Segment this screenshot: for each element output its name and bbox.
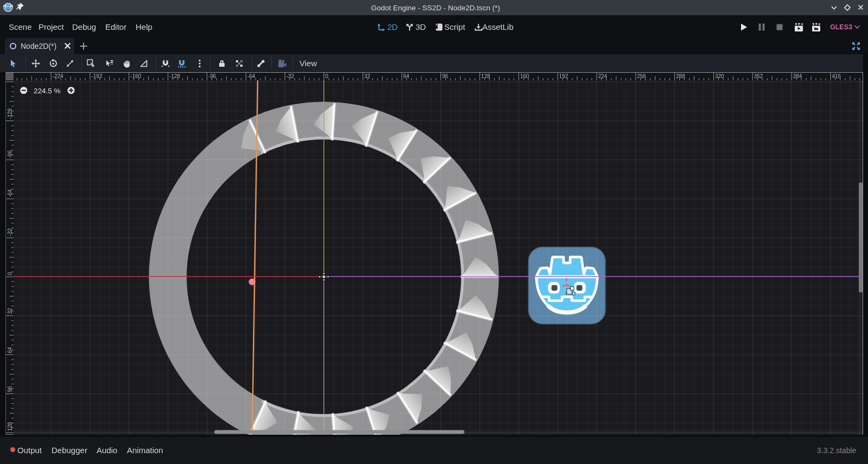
svg-text:320: 320 xyxy=(715,73,724,79)
svg-text:-96: -96 xyxy=(7,150,13,158)
svg-text:-160: -160 xyxy=(130,73,141,79)
svg-text:-64: -64 xyxy=(247,73,256,79)
svg-text:-32: -32 xyxy=(286,73,295,79)
svg-text:64: 64 xyxy=(7,347,13,353)
svg-text:32: 32 xyxy=(7,308,13,314)
svg-text:-128: -128 xyxy=(7,108,13,119)
svg-text:-128: -128 xyxy=(169,73,180,79)
svg-text:224: 224 xyxy=(598,73,607,79)
svg-text:-32: -32 xyxy=(7,228,13,236)
svg-text:128: 128 xyxy=(481,73,490,79)
svg-text:224.5 %: 224.5 % xyxy=(34,87,61,95)
svg-text:-64: -64 xyxy=(7,189,13,197)
svg-text:0: 0 xyxy=(326,73,329,79)
svg-text:416: 416 xyxy=(832,73,841,79)
svg-text:0: 0 xyxy=(7,272,13,275)
svg-text:64: 64 xyxy=(403,73,410,79)
svg-text:-192: -192 xyxy=(91,73,102,79)
svg-text:96: 96 xyxy=(442,73,449,79)
svg-text:288: 288 xyxy=(676,73,685,79)
svg-text:32: 32 xyxy=(364,73,371,79)
svg-text:-96: -96 xyxy=(208,73,216,79)
svg-text:96: 96 xyxy=(7,386,13,392)
svg-text:128: 128 xyxy=(7,422,13,431)
svg-text:-224: -224 xyxy=(53,73,63,79)
svg-text:256: 256 xyxy=(637,73,646,79)
svg-text:352: 352 xyxy=(754,73,763,79)
svg-text:192: 192 xyxy=(559,73,569,79)
svg-text:160: 160 xyxy=(520,73,529,79)
svg-text:384: 384 xyxy=(793,73,802,79)
